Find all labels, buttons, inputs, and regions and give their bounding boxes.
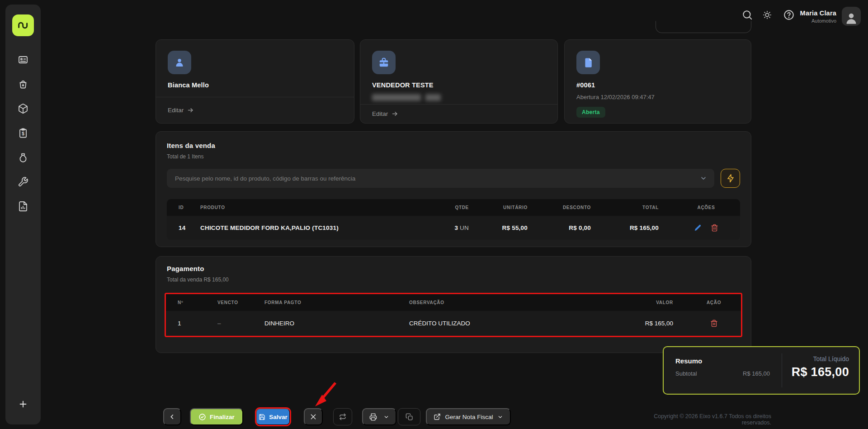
- shopping-basket-icon[interactable]: [18, 79, 28, 90]
- file-chart-icon[interactable]: [18, 201, 28, 212]
- copy-button[interactable]: [398, 408, 420, 425]
- item-unit-price: R$ 55,00: [482, 224, 541, 231]
- seller-card: VENDEDOR TESTE Editar: [360, 39, 558, 124]
- user-name: Maria Clara: [800, 10, 836, 17]
- item-product: CHICOTE MEDIDOR FORD KA,PALIO (TC1031): [197, 224, 433, 231]
- quick-add-button[interactable]: [721, 169, 740, 188]
- cancel-button[interactable]: [304, 408, 323, 425]
- gerar-nota-fiscal-button[interactable]: Gerar Nota Fiscal: [426, 408, 511, 425]
- items-panel: Itens da venda Total de 1 Itens ID PRODU…: [156, 131, 751, 247]
- user-menu[interactable]: Maria Clara Automotivo: [800, 7, 861, 26]
- payment-table: Nº VENCTO FORMA PAGTO OBSERVAÇÃO VALOR A…: [166, 294, 741, 336]
- item-total: R$ 165,00: [604, 224, 672, 231]
- annotation-arrow: [311, 379, 340, 409]
- total-value: R$ 165,00: [782, 365, 849, 379]
- clipboard-dollar-icon[interactable]: $: [18, 128, 28, 138]
- edit-item-icon[interactable]: [694, 224, 702, 232]
- package-icon[interactable]: [18, 103, 28, 114]
- cutoff-panel-edge: [656, 21, 751, 33]
- payment-number: 1: [166, 320, 207, 327]
- payment-method: DINHEIRO: [261, 320, 406, 327]
- payment-title: Pagamento: [167, 265, 740, 272]
- finalizar-button[interactable]: Finalizar: [190, 408, 243, 425]
- item-id: 14: [167, 224, 197, 231]
- person-icon: [168, 51, 191, 74]
- status-badge: Aberta: [576, 107, 605, 118]
- total-label: Total Líquido: [782, 355, 849, 362]
- user-role: Automotivo: [800, 18, 836, 24]
- briefcase-icon: [372, 51, 396, 74]
- summary-title: Resumo: [675, 357, 770, 365]
- order-opened-at: Abertura 12/02/2026 09:47:47: [576, 94, 739, 100]
- wrench-icon[interactable]: [18, 176, 28, 187]
- back-button[interactable]: [163, 408, 181, 425]
- zap-icon: [726, 174, 735, 183]
- payment-note: CRÉDITO UTILIZADO: [406, 320, 605, 327]
- payment-table-header: Nº VENCTO FORMA PAGTO OBSERVAÇÃO VALOR A…: [166, 294, 741, 311]
- seller-name: VENDEDOR TESTE: [372, 81, 546, 89]
- order-number: #0061: [576, 81, 739, 89]
- annotation-red-rectangle: Nº VENCTO FORMA PAGTO OBSERVAÇÃO VALOR A…: [165, 293, 742, 337]
- product-search-combobox[interactable]: [167, 169, 714, 188]
- payment-table-row: 1 – DINHEIRO CRÉDITO UTILIZADO R$ 165,00: [166, 311, 741, 336]
- items-table-row: 14 CHICOTE MEDIDOR FORD KA,PALIO (TC1031…: [167, 216, 740, 240]
- items-table: ID PRODUTO QTDE UNITÁRIO DESCONTO TOTAL …: [167, 199, 740, 240]
- arrow-right-icon: [187, 107, 194, 114]
- seller-edit-link[interactable]: Editar: [360, 104, 557, 123]
- chevron-down-icon[interactable]: [700, 175, 707, 182]
- money-bag-icon[interactable]: [18, 152, 28, 163]
- items-title: Itens da venda: [167, 142, 740, 149]
- copyright-text: Copyright © 2026 Eixo v1.6.7 Todos os di…: [629, 413, 771, 426]
- redacted-text: [372, 94, 546, 101]
- order-card: #0061 Abertura 12/02/2026 09:47:47 Abert…: [564, 39, 751, 124]
- copy-icon: [406, 413, 413, 421]
- add-button[interactable]: [5, 399, 41, 409]
- delete-payment-icon[interactable]: [710, 319, 718, 327]
- subtotal-value: R$ 165,00: [743, 370, 770, 377]
- search-icon[interactable]: [741, 9, 753, 21]
- external-link-icon: [434, 413, 441, 420]
- chevron-left-icon: [169, 413, 176, 420]
- item-discount: R$ 0,00: [541, 224, 604, 231]
- payment-panel: Pagamento Total da venda R$ 165,00 Nº VE…: [156, 256, 751, 353]
- sidebar: $: [5, 5, 41, 424]
- items-subtitle: Total de 1 Itens: [167, 153, 740, 160]
- chevron-down-icon: [497, 414, 503, 420]
- items-table-header: ID PRODUTO QTDE UNITÁRIO DESCONTO TOTAL …: [167, 199, 740, 216]
- payment-subtitle: Total da venda R$ 165,00: [167, 276, 740, 283]
- id-card-icon[interactable]: [18, 54, 28, 65]
- subtotal-label: Subtotal: [675, 370, 697, 377]
- help-icon[interactable]: [783, 9, 795, 21]
- repeat-button[interactable]: [333, 408, 352, 425]
- svg-text:$: $: [22, 131, 24, 136]
- printer-icon: [369, 413, 377, 421]
- summary-box: Resumo Subtotal R$ 165,00 Total Líquido …: [663, 346, 860, 395]
- customer-edit-link[interactable]: Editar: [156, 97, 354, 123]
- delete-item-icon[interactable]: [711, 224, 718, 232]
- save-icon: [259, 414, 265, 420]
- product-search-input[interactable]: [175, 175, 694, 182]
- payment-value: R$ 165,00: [605, 320, 687, 327]
- repeat-icon: [339, 413, 346, 420]
- app-logo-icon[interactable]: [12, 14, 34, 36]
- print-dropdown-button[interactable]: [362, 408, 396, 425]
- theme-sun-icon[interactable]: [762, 10, 774, 22]
- item-qty: 3 UN: [433, 224, 482, 231]
- arrow-right-icon: [392, 110, 398, 117]
- chevron-down-icon: [383, 414, 389, 420]
- customer-card: Bianca Mello Editar: [156, 39, 354, 124]
- avatar[interactable]: [842, 7, 861, 26]
- file-icon: [576, 51, 600, 74]
- check-circle-icon: [198, 413, 206, 421]
- x-icon: [310, 413, 317, 420]
- payment-due-date: –: [207, 320, 261, 327]
- salvar-button[interactable]: Salvar: [256, 408, 290, 425]
- customer-name: Bianca Mello: [168, 81, 342, 89]
- sidebar-nav: $: [18, 54, 28, 212]
